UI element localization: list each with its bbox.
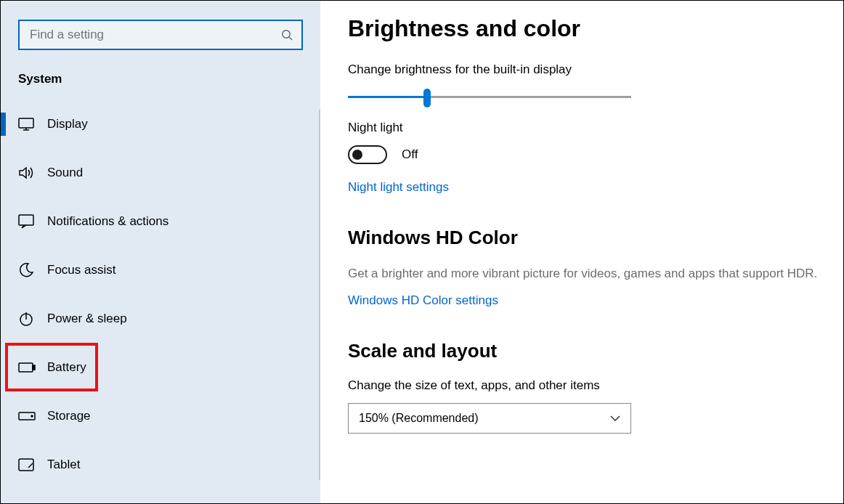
sound-icon bbox=[18, 166, 47, 180]
sidebar-item-label: Tablet bbox=[47, 458, 80, 472]
night-light-state: Off bbox=[402, 147, 418, 162]
sidebar-item-label: Power & sleep bbox=[47, 312, 127, 326]
svg-point-11 bbox=[31, 415, 33, 417]
section-heading-scale: Scale and layout bbox=[348, 340, 819, 362]
notifications-icon bbox=[18, 214, 47, 229]
brightness-slider[interactable] bbox=[348, 87, 631, 107]
svg-rect-9 bbox=[33, 365, 35, 370]
hdcolor-settings-link[interactable]: Windows HD Color settings bbox=[348, 293, 498, 308]
svg-rect-2 bbox=[19, 118, 33, 128]
focus-assist-icon bbox=[18, 262, 47, 278]
search-input[interactable] bbox=[18, 20, 303, 50]
section-heading-brightness: Brightness and color bbox=[348, 15, 819, 42]
sidebar-item-power-sleep[interactable]: Power & sleep bbox=[1, 294, 320, 343]
main-content: Brightness and color Change brightness f… bbox=[320, 1, 843, 503]
sidebar-item-notifications[interactable]: Notifications & actions bbox=[1, 197, 320, 245]
sidebar-item-label: Battery bbox=[47, 360, 86, 375]
sidebar-nav: Display Sound Notifications & actions bbox=[1, 99, 320, 489]
night-light-settings-link[interactable]: Night light settings bbox=[348, 180, 449, 195]
battery-icon bbox=[18, 362, 47, 373]
sidebar-item-focus-assist[interactable]: Focus assist bbox=[1, 245, 320, 294]
storage-icon bbox=[18, 412, 47, 420]
sidebar-item-label: Display bbox=[47, 117, 88, 131]
brightness-label: Change brightness for the built-in displ… bbox=[348, 62, 819, 77]
svg-rect-5 bbox=[19, 215, 33, 225]
sidebar-item-battery[interactable]: Battery bbox=[5, 343, 98, 391]
scale-dropdown-value: 150% (Recommended) bbox=[359, 412, 479, 425]
scale-label: Change the size of text, apps, and other… bbox=[348, 378, 819, 393]
sidebar-item-tablet[interactable]: Tablet bbox=[1, 440, 320, 489]
sidebar-category-label: System bbox=[1, 63, 320, 99]
sidebar-item-label: Sound bbox=[47, 166, 83, 180]
display-icon bbox=[18, 118, 47, 131]
sidebar-item-storage[interactable]: Storage bbox=[1, 391, 320, 440]
tablet-icon bbox=[18, 458, 47, 471]
chevron-down-icon bbox=[610, 415, 620, 421]
svg-rect-8 bbox=[19, 363, 33, 372]
sidebar-scrollbar[interactable] bbox=[319, 110, 320, 480]
settings-sidebar: System Display Sound bbox=[1, 1, 320, 503]
scale-dropdown[interactable]: 150% (Recommended) bbox=[348, 403, 631, 434]
sidebar-item-label: Focus assist bbox=[47, 263, 115, 277]
power-icon bbox=[18, 311, 47, 327]
section-heading-hdcolor: Windows HD Color bbox=[348, 227, 819, 249]
sidebar-item-label: Notifications & actions bbox=[47, 214, 169, 229]
night-light-label: Night light bbox=[348, 121, 819, 135]
hdcolor-description: Get a brighter and more vibrant picture … bbox=[348, 265, 819, 283]
sidebar-item-display[interactable]: Display bbox=[1, 99, 320, 148]
night-light-toggle[interactable] bbox=[348, 145, 387, 164]
sidebar-item-label: Storage bbox=[47, 409, 91, 423]
sidebar-item-sound[interactable]: Sound bbox=[1, 148, 320, 197]
